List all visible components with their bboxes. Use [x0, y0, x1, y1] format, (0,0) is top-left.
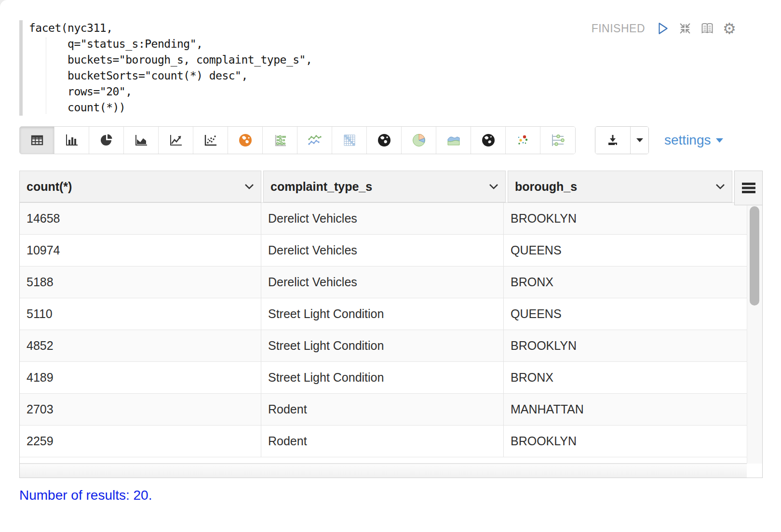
- table-row[interactable]: 4852 Street Light Condition BROOKLYN: [20, 330, 747, 362]
- cell-complaint-type: Rodent: [261, 394, 504, 425]
- vertical-scrollbar[interactable]: [747, 203, 762, 478]
- viz-pie-chart-color-button[interactable]: [402, 127, 436, 154]
- cell-complaint-type: Street Light Condition: [261, 298, 504, 330]
- book-icon[interactable]: [700, 21, 714, 36]
- result-table: count(*) complaint_type_s borough_s 1465…: [19, 171, 763, 478]
- cell-borough: QUEENS: [504, 298, 747, 330]
- table-row[interactable]: 10974 Derelict Vehicles QUEENS: [20, 235, 747, 266]
- chevron-down-icon[interactable]: [489, 184, 498, 189]
- code-text[interactable]: facet(nyc311, q="status_s:Pending", buck…: [29, 20, 453, 116]
- cell-count: 4852: [20, 330, 261, 361]
- table-row[interactable]: 2703 Rodent MANHATTAN: [20, 394, 747, 426]
- column-header-count[interactable]: count(*): [19, 171, 261, 202]
- cell-complaint-type: Street Light Condition: [261, 330, 504, 361]
- column-header-label: count(*): [27, 180, 72, 194]
- hamburger-icon: [741, 183, 756, 193]
- viz-globe-dark-button[interactable]: [367, 127, 402, 154]
- cell-complaint-type: Street Light Condition: [261, 362, 504, 393]
- viz-scatter-chart-button[interactable]: [193, 127, 228, 154]
- cell-borough: BROOKLYN: [504, 426, 747, 457]
- table-row[interactable]: 5110 Street Light Condition QUEENS: [20, 298, 747, 330]
- cell-count: 5188: [20, 266, 261, 298]
- chevron-down-icon[interactable]: [244, 184, 254, 189]
- viz-heatmap-button[interactable]: [332, 127, 367, 154]
- viz-globe-dark-2-button[interactable]: [471, 127, 506, 154]
- cell-complaint-type: Derelict Vehicles: [261, 266, 504, 298]
- settings-link[interactable]: settings: [664, 133, 724, 148]
- page-corner: [0, 0, 11, 11]
- indent-guide: [46, 38, 46, 114]
- run-icon[interactable]: [656, 21, 670, 36]
- cell-count: 2259: [20, 426, 261, 457]
- settings-label: settings: [664, 133, 711, 148]
- scrollbar-thumb[interactable]: [750, 206, 759, 306]
- download-caret-button[interactable]: [630, 127, 648, 154]
- cell-complaint-type: Rodent: [261, 426, 504, 457]
- viz-bubble-chart-button[interactable]: [263, 127, 297, 154]
- cell-count: 10974: [20, 235, 261, 266]
- column-header-label: borough_s: [515, 180, 577, 194]
- viz-area-chart-button[interactable]: [124, 127, 159, 154]
- column-header-complaint-type[interactable]: complaint_type_s: [263, 171, 506, 202]
- viz-line-chart-button[interactable]: [159, 127, 193, 154]
- column-header-borough[interactable]: borough_s: [508, 171, 732, 202]
- cell-borough: BRONX: [504, 362, 747, 393]
- results-count: Number of results: 20.: [19, 488, 152, 503]
- viz-map-globe-orange-button[interactable]: [228, 127, 263, 154]
- column-menu-button[interactable]: [734, 171, 763, 205]
- download-button[interactable]: [595, 127, 630, 154]
- table-row-partial: [20, 457, 747, 464]
- cell-borough: BROOKLYN: [504, 330, 747, 361]
- cell-complaint-type: Derelict Vehicles: [261, 203, 504, 234]
- column-header-label: complaint_type_s: [270, 180, 372, 194]
- cell-borough: BROOKLYN: [504, 203, 747, 234]
- table-body: 14658 Derelict Vehicles BROOKLYN 10974 D…: [19, 202, 763, 478]
- cell-borough: BRONX: [504, 266, 747, 298]
- code-editor[interactable]: facet(nyc311, q="status_s:Pending", buck…: [19, 20, 453, 116]
- viz-area-chart-color-button[interactable]: [436, 127, 471, 154]
- download-split-button: [595, 126, 649, 154]
- table-row[interactable]: 4189 Street Light Condition BRONX: [20, 362, 747, 394]
- chevron-down-icon[interactable]: [715, 184, 725, 189]
- status-label: FINISHED: [592, 22, 645, 35]
- paragraph-controls: FINISHED ⚙: [592, 21, 737, 36]
- cell-count: 2703: [20, 394, 261, 425]
- viz-bar: settings: [19, 126, 762, 154]
- gear-icon[interactable]: ⚙: [722, 21, 737, 36]
- cell-count: 14658: [20, 203, 261, 234]
- table-header: count(*) complaint_type_s borough_s: [19, 171, 763, 202]
- viz-toolbar: [19, 126, 576, 154]
- cell-count: 4189: [20, 362, 261, 393]
- viz-scatter-color-button[interactable]: [506, 127, 540, 154]
- chevron-down-icon: [715, 138, 724, 143]
- table-row[interactable]: 14658 Derelict Vehicles BROOKLYN: [20, 203, 747, 235]
- viz-range-sliders-button[interactable]: [540, 127, 575, 154]
- code-gutter: [19, 20, 23, 116]
- table-row[interactable]: 2259 Rodent BROOKLYN: [20, 426, 747, 457]
- cell-count: 5110: [20, 298, 261, 330]
- cell-borough: QUEENS: [504, 235, 747, 266]
- cell-borough: MANHATTAN: [504, 394, 747, 425]
- viz-pie-chart-button[interactable]: [89, 127, 124, 154]
- horizontal-scrollbar-track[interactable]: [20, 464, 747, 478]
- viz-multi-line-chart-button[interactable]: [297, 127, 332, 154]
- table-body-rows: 14658 Derelict Vehicles BROOKLYN 10974 D…: [20, 203, 747, 478]
- viz-bar-chart-button[interactable]: [54, 127, 89, 154]
- viz-table-button[interactable]: [20, 127, 54, 154]
- cell-complaint-type: Derelict Vehicles: [261, 235, 504, 266]
- table-row[interactable]: 5188 Derelict Vehicles BRONX: [20, 266, 747, 298]
- collapse-output-icon[interactable]: [678, 21, 692, 36]
